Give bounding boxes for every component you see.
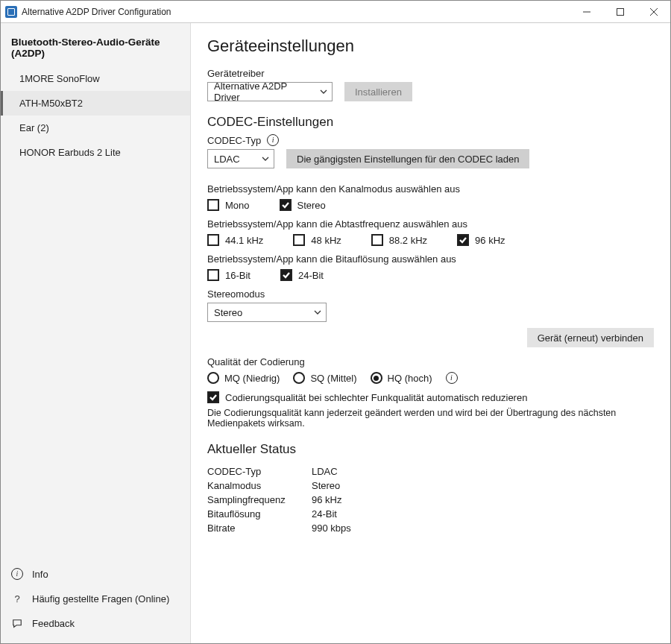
bit-depth-label: Betriebssystem/App kann die Bitauflösung… [207, 253, 654, 265]
driver-select[interactable]: Alternative A2DP Driver [207, 82, 333, 101]
checkbox-96khz[interactable]: 96 kHz [457, 234, 505, 246]
close-button[interactable] [637, 1, 670, 22]
status-value: LDAC [312, 466, 338, 477]
feedback-icon [11, 619, 23, 629]
content-area: Geräteeinstellungen Gerätetreiber Altern… [191, 23, 670, 643]
radio-sq[interactable]: SQ (Mittel) [293, 372, 356, 384]
install-button[interactable]: Installieren [344, 82, 412, 101]
checkbox-label: 88.2 kHz [389, 235, 427, 246]
radio-label: SQ (Mittel) [310, 373, 356, 384]
checkbox-label: 48 kHz [311, 235, 341, 246]
device-item-ath[interactable]: ATH-M50xBT2 [1, 91, 190, 116]
app-icon [5, 6, 17, 18]
device-item-honor[interactable]: HONOR Earbuds 2 Lite [1, 140, 190, 165]
status-table: CODEC-Typ LDAC Kanalmodus Stereo Samplin… [207, 464, 654, 535]
device-label: 1MORE SonoFlow [19, 73, 100, 84]
sidebar-footer: i Info ? Häufig gestellte Fragen (Online… [1, 561, 190, 643]
device-label: HONOR Earbuds 2 Lite [19, 147, 121, 158]
quality-note: Die Codierungsqualität kann jederzeit ge… [207, 408, 654, 429]
device-item-ear2[interactable]: Ear (2) [1, 116, 190, 140]
checkbox-auto-reduce[interactable]: Codierungsqualität bei schlechter Funkqu… [207, 391, 654, 403]
status-row-rate: Samplingfrequenz 96 kHz [207, 493, 654, 507]
minimize-button[interactable] [570, 1, 603, 22]
codec-heading: CODEC-Einstellungen [207, 115, 654, 130]
load-defaults-button[interactable]: Die gängigsten Einstellungen für den COD… [286, 149, 529, 168]
sidebar-item-label: Häufig gestellte Fragen (Online) [32, 593, 169, 604]
radio-label: HQ (hoch) [388, 373, 432, 384]
status-key: Samplingfrequenz [207, 494, 312, 505]
maximize-button[interactable] [603, 1, 637, 22]
chevron-down-icon [320, 86, 327, 98]
radio-mq[interactable]: MQ (Niedrig) [207, 372, 280, 384]
checkbox-box [207, 234, 219, 246]
checkbox-label: Codierungsqualität bei schlechter Funkqu… [225, 392, 527, 403]
device-list: 1MORE SonoFlow ATH-M50xBT2 Ear (2) HONOR… [1, 66, 190, 165]
status-row-bitrate: Bitrate 990 kbps [207, 521, 654, 535]
svg-rect-1 [617, 8, 623, 15]
checkbox-label: 16-Bit [225, 270, 251, 281]
reconnect-button[interactable]: Gerät (erneut) verbinden [527, 328, 654, 347]
status-heading: Aktueller Status [207, 442, 654, 457]
checkbox-16bit[interactable]: 16-Bit [207, 269, 251, 281]
checkbox-24bit[interactable]: 24-Bit [280, 269, 324, 281]
info-icon[interactable]: i [267, 134, 279, 146]
question-icon: ? [11, 593, 23, 604]
checkbox-box [457, 234, 469, 246]
checkbox-88khz[interactable]: 88.2 kHz [371, 234, 427, 246]
codec-type-label-text: CODEC-Typ [207, 135, 261, 146]
radio-dot [371, 372, 382, 384]
codec-type-select[interactable]: LDAC [207, 149, 274, 168]
codec-type-value: LDAC [214, 154, 240, 165]
checkbox-box [207, 269, 219, 281]
checkbox-48khz[interactable]: 48 kHz [293, 234, 341, 246]
device-label: ATH-M50xBT2 [19, 98, 83, 109]
sidebar-item-label: Info [32, 569, 48, 580]
checkbox-box [280, 269, 292, 281]
sidebar: Bluetooth-Stereo-Audio-Geräte (A2DP) 1MO… [1, 23, 191, 643]
checkbox-label: Stereo [297, 200, 326, 211]
device-label: Ear (2) [19, 122, 49, 133]
info-icon[interactable]: i [446, 372, 458, 384]
page-title: Geräteeinstellungen [207, 37, 654, 56]
status-value: 24-Bit [312, 508, 337, 520]
stereo-mode-label: Stereomodus [207, 288, 654, 300]
status-value: Stereo [312, 480, 340, 491]
radio-dot [293, 372, 305, 384]
info-icon: i [11, 568, 23, 580]
device-item-1more[interactable]: 1MORE SonoFlow [1, 66, 190, 91]
window-controls [570, 1, 670, 22]
sidebar-info[interactable]: i Info [1, 561, 190, 587]
checkbox-label: Mono [225, 200, 250, 211]
status-row-codec: CODEC-Typ LDAC [207, 464, 654, 479]
status-value: 96 kHz [312, 494, 341, 505]
status-key: Bitauflösung [207, 508, 312, 520]
radio-label: MQ (Niedrig) [224, 373, 280, 384]
stereo-mode-select[interactable]: Stereo [207, 303, 327, 322]
stereo-mode-value: Stereo [214, 307, 242, 318]
quality-label: Qualität der Codierung [207, 356, 654, 367]
status-value: 990 kbps [312, 523, 351, 534]
chevron-down-icon [314, 307, 321, 318]
checkbox-box [207, 199, 219, 211]
chevron-down-icon [262, 154, 269, 165]
checkbox-label: 44.1 kHz [225, 235, 263, 246]
checkbox-label: 96 kHz [475, 235, 505, 246]
status-row-channel: Kanalmodus Stereo [207, 479, 654, 493]
driver-label: Gerätetreiber [207, 68, 654, 79]
titlebar: Alternative A2DP Driver Configuration [1, 1, 670, 23]
sidebar-feedback[interactable]: Feedback [1, 611, 190, 636]
sidebar-faq[interactable]: ? Häufig gestellte Fragen (Online) [1, 587, 190, 611]
checkbox-box [371, 234, 383, 246]
status-key: CODEC-Typ [207, 466, 312, 477]
radio-dot [207, 372, 219, 384]
status-row-bits: Bitauflösung 24-Bit [207, 507, 654, 521]
checkbox-box [280, 199, 292, 211]
checkbox-label: 24-Bit [298, 270, 324, 281]
radio-hq[interactable]: HQ (hoch) [371, 372, 432, 384]
checkbox-stereo[interactable]: Stereo [280, 199, 326, 211]
sample-rate-label: Betriebssystem/App kann die Abtastfreque… [207, 218, 654, 230]
checkbox-mono[interactable]: Mono [207, 199, 250, 211]
status-key: Bitrate [207, 523, 312, 534]
checkbox-44khz[interactable]: 44.1 kHz [207, 234, 263, 246]
sidebar-header: Bluetooth-Stereo-Audio-Geräte (A2DP) [1, 32, 190, 66]
